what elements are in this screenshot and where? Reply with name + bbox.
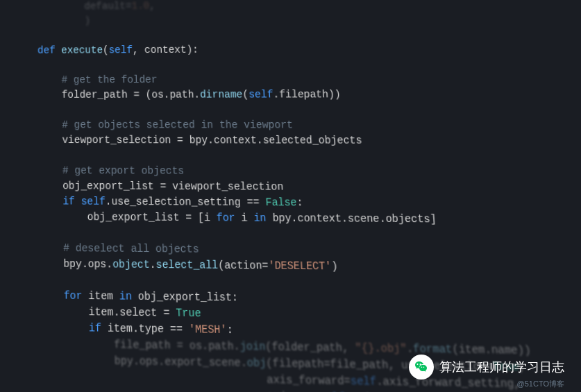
code-editor-view: default=1.0, ) def execute(self, context… xyxy=(0,0,581,392)
code-line xyxy=(14,102,581,117)
watermark-text: 算法工程师的学习日志 xyxy=(439,358,564,377)
code-line: ) xyxy=(14,10,581,28)
code-line: viewport_selection = bpy.context.selecte… xyxy=(14,133,581,148)
code-line: # get objects selected in the viewport xyxy=(14,118,581,134)
code-line xyxy=(14,148,581,164)
code-line: def execute(self, context): xyxy=(14,41,581,58)
code-line: folder_path = (os.path.dirname(self.file… xyxy=(14,87,581,103)
wechat-icon xyxy=(409,355,434,380)
code-line: # get the folder xyxy=(14,71,581,88)
code-line xyxy=(14,56,581,73)
watermark-attribution: @51CTO博客 xyxy=(517,378,564,390)
code-line: # get export objects xyxy=(15,163,581,180)
watermark: 算法工程师的学习日志 xyxy=(409,355,564,380)
